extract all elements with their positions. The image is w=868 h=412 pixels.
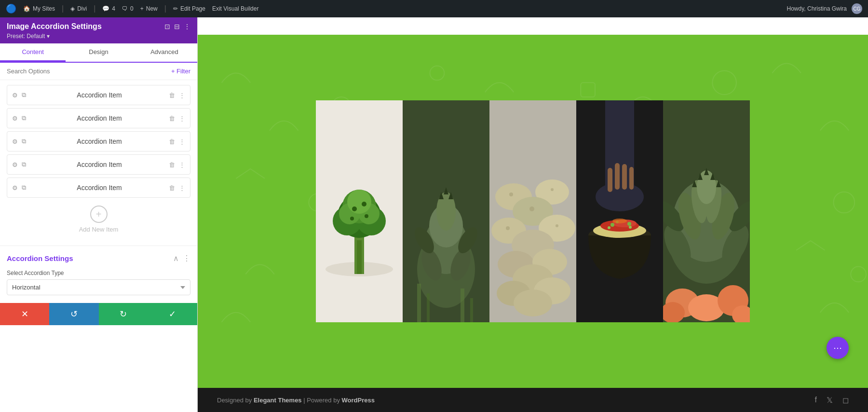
add-new-item[interactable]: + Add New Item	[7, 201, 190, 241]
admin-bar-divi[interactable]: ◈ Divi	[70, 5, 87, 12]
accordion-type-select[interactable]: Horizontal Vertical	[7, 279, 190, 295]
svg-point-3	[712, 70, 736, 95]
tabs-row: Content Design Advanced	[0, 43, 197, 63]
layout-icon[interactable]: ⊟	[174, 23, 180, 30]
fab-button[interactable]: ⋯	[827, 337, 849, 359]
main-layout: Image Accordion Settings ⊡ ⊟ ⋮ Preset: D…	[0, 17, 868, 412]
panel-title-icons: ⊡ ⊟ ⋮	[164, 23, 190, 30]
facebook-icon[interactable]: f	[815, 396, 817, 405]
admin-bar-exit[interactable]: Exit Visual Builder	[212, 5, 259, 12]
separator-1: |	[62, 4, 64, 13]
admin-bar-new[interactable]: + New	[140, 5, 158, 12]
svg-point-19	[352, 206, 357, 211]
delete-icon[interactable]: 🗑	[169, 138, 175, 145]
duplicate-icon[interactable]: ⧉	[22, 184, 26, 192]
drag-icon[interactable]: ⋮	[179, 184, 185, 192]
accordion-item-row[interactable]: ⚙ ⧉ Accordion Item 🗑 ⋮	[7, 108, 190, 128]
chevron-down-icon: ▾	[47, 33, 50, 40]
collapse-icon[interactable]: ∧	[173, 254, 179, 263]
drag-icon[interactable]: ⋮	[179, 115, 185, 122]
footer-social: f 𝕏 ◻	[815, 396, 849, 405]
svg-rect-71	[615, 163, 620, 190]
item-right-icons-2: 🗑 ⋮	[169, 115, 185, 122]
settings-icon[interactable]: ⚙	[12, 138, 18, 145]
accordion-item-row[interactable]: ⚙ ⧉ Accordion Item 🗑 ⋮	[7, 85, 190, 105]
more-icon[interactable]: ⋮	[184, 23, 190, 30]
item-left-icons-2: ⚙ ⧉	[12, 114, 26, 122]
svg-point-6	[834, 192, 855, 213]
duplicate-icon[interactable]: ⧉	[22, 91, 26, 99]
save-icon: ✓	[169, 309, 176, 319]
settings-icon[interactable]: ⚙	[12, 92, 18, 99]
canvas-header	[198, 17, 868, 35]
svg-rect-36	[427, 293, 430, 322]
separator-2: |	[94, 4, 95, 13]
search-input[interactable]	[7, 68, 167, 75]
item-left-icons-4: ⚙ ⧉	[12, 161, 26, 168]
drag-icon[interactable]: ⋮	[179, 138, 185, 145]
undo-button[interactable]: ↺	[49, 303, 98, 325]
chat-icon: 💬	[102, 5, 109, 12]
item-left-icons-1: ⚙ ⧉	[12, 91, 26, 99]
admin-bar-comment2[interactable]: 🗨 0	[122, 5, 134, 12]
admin-bar-mysites[interactable]: 🏠 My Sites	[23, 5, 55, 12]
accordion-panel-1[interactable]	[316, 100, 403, 322]
settings-icon[interactable]: ⚙	[12, 184, 18, 192]
svg-point-54	[529, 206, 534, 211]
admin-bar: 🔵 🏠 My Sites | ◈ Divi | 💬 4 🗨 0 + New | …	[0, 0, 868, 17]
panel-title-row: Image Accordion Settings ⊡ ⊟ ⋮	[7, 22, 190, 31]
accordion-panel-4[interactable]	[576, 100, 663, 322]
delete-icon[interactable]: 🗑	[169, 92, 175, 99]
svg-point-52	[509, 192, 513, 196]
delete-icon[interactable]: 🗑	[169, 184, 175, 192]
twitter-icon[interactable]: 𝕏	[827, 396, 833, 405]
svg-point-22	[365, 214, 368, 218]
settings-icon[interactable]: ⚙	[12, 161, 18, 168]
wp-icon: 🔵	[6, 3, 16, 14]
avatar[interactable]: CG	[852, 3, 862, 14]
undo-icon: ↺	[70, 309, 78, 319]
accordion-panel-3[interactable]	[489, 100, 576, 322]
accordion-panel-5[interactable]	[663, 100, 750, 322]
drag-icon[interactable]: ⋮	[179, 92, 185, 99]
settings-section-header: Accordion Settings ∧ ⋮	[7, 254, 190, 263]
preset-label[interactable]: Preset: Default ▾	[7, 33, 190, 40]
tab-design[interactable]: Design	[66, 43, 131, 62]
svg-point-69	[612, 219, 627, 223]
svg-point-67	[608, 226, 610, 229]
accordion-items-list: ⚙ ⧉ Accordion Item 🗑 ⋮ ⚙ ⧉ Accordion Ite…	[0, 80, 197, 246]
admin-bar-comments[interactable]: 💬 4	[102, 5, 115, 12]
duplicate-icon[interactable]: ⧉	[22, 137, 26, 145]
accordion-panel-2[interactable]	[403, 100, 489, 322]
delete-icon[interactable]: 🗑	[169, 115, 175, 122]
redo-button[interactable]: ↻	[99, 303, 148, 325]
save-button[interactable]: ✓	[148, 303, 197, 325]
drag-icon[interactable]: ⋮	[179, 161, 185, 168]
duplicate-icon[interactable]: ⧉	[22, 161, 26, 168]
svg-point-66	[627, 222, 631, 226]
accordion-item-row[interactable]: ⚙ ⧉ Accordion Item 🗑 ⋮	[7, 131, 190, 151]
canvas-main[interactable]: ⋯	[198, 35, 868, 388]
svg-point-64	[610, 223, 614, 227]
accordion-item-row[interactable]: ⚙ ⧉ Accordion Item 🗑 ⋮	[7, 154, 190, 175]
svg-rect-37	[461, 288, 464, 322]
tab-advanced[interactable]: Advanced	[132, 43, 197, 62]
admin-bar-edit[interactable]: ✏ Edit Page	[173, 5, 205, 12]
filter-button[interactable]: + Filter	[171, 68, 190, 75]
restore-icon[interactable]: ⊡	[164, 23, 170, 30]
item-right-icons-3: 🗑 ⋮	[169, 138, 185, 145]
canvas-footer: Designed by Elegant Themes | Powered by …	[198, 388, 868, 412]
svg-rect-70	[608, 168, 612, 192]
duplicate-icon[interactable]: ⧉	[22, 114, 26, 122]
settings-more-icon[interactable]: ⋮	[183, 254, 190, 263]
svg-point-56	[556, 224, 558, 227]
redo-icon: ↻	[120, 309, 127, 319]
instagram-icon[interactable]: ◻	[842, 396, 849, 405]
item-left-icons-3: ⚙ ⧉	[12, 137, 26, 145]
cancel-button[interactable]: ✕	[0, 303, 49, 325]
settings-icon[interactable]: ⚙	[12, 115, 18, 122]
tab-content[interactable]: Content	[0, 43, 66, 62]
delete-icon[interactable]: 🗑	[169, 161, 175, 168]
admin-bar-wp[interactable]: 🔵	[6, 3, 16, 14]
accordion-item-row[interactable]: ⚙ ⧉ Accordion Item 🗑 ⋮	[7, 178, 190, 198]
